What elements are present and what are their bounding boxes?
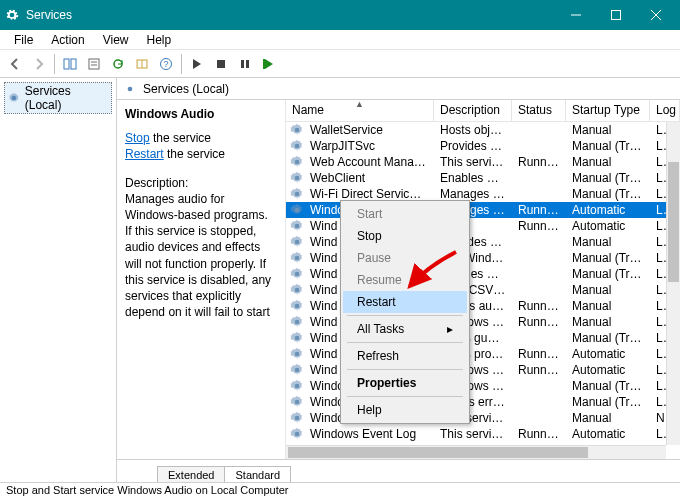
scrollbar-thumb[interactable] (288, 447, 588, 458)
restart-link-suffix: the service (164, 147, 225, 161)
separator (181, 54, 182, 74)
ctx-refresh[interactable]: Refresh (343, 345, 467, 367)
gear-icon (290, 171, 304, 185)
back-button[interactable] (4, 53, 26, 75)
gear-icon (290, 363, 304, 377)
start-service-button[interactable] (186, 53, 208, 75)
service-row[interactable]: WebClientEnables Win...Manual (Trig...Lo… (286, 170, 680, 186)
separator (347, 342, 463, 343)
vertical-scrollbar[interactable] (666, 122, 680, 445)
cell-startup: Manual (566, 155, 650, 169)
description-pane: Windows Audio Stop the service Restart t… (117, 100, 285, 459)
cell-startup: Automatic (566, 203, 650, 217)
sort-asc-icon: ▲ (355, 100, 364, 109)
cell-desc: Hosts objec... (434, 123, 512, 137)
cell-status: Running (512, 315, 566, 329)
gear-icon (7, 91, 21, 105)
description-label: Description: (125, 175, 277, 191)
chevron-right-icon: ▸ (447, 322, 453, 336)
menu-file[interactable]: File (6, 31, 41, 49)
cell-startup: Automatic (566, 219, 650, 233)
ctx-pause[interactable]: Pause (343, 247, 467, 269)
pause-service-button[interactable] (234, 53, 256, 75)
cell-status: Running (512, 427, 566, 441)
gear-icon (290, 251, 304, 265)
service-row[interactable]: Web Account ManagerThis service ...Runni… (286, 154, 680, 170)
cell-name: Web Account Manager (304, 155, 434, 169)
col-status[interactable]: Status (512, 100, 566, 121)
stop-link[interactable]: Stop (125, 131, 150, 145)
cell-name: WalletService (304, 123, 434, 137)
show-hide-tree-button[interactable] (59, 53, 81, 75)
separator (54, 54, 55, 74)
header-label: Services (Local) (143, 82, 229, 96)
ctx-restart[interactable]: Restart (343, 291, 467, 313)
svg-rect-15 (263, 59, 265, 69)
gear-icon (290, 427, 304, 441)
gear-icon (290, 155, 304, 169)
menu-view[interactable]: View (95, 31, 137, 49)
menu-help[interactable]: Help (139, 31, 180, 49)
cell-startup: Automatic (566, 363, 650, 377)
service-row[interactable]: WalletServiceHosts objec...ManualLoc (286, 122, 680, 138)
ctx-start[interactable]: Start (343, 203, 467, 225)
horizontal-scrollbar[interactable] (286, 445, 666, 459)
gear-icon (290, 203, 304, 217)
tab-standard[interactable]: Standard (224, 466, 291, 483)
tree-pane: Services (Local) (0, 78, 117, 482)
cell-desc: Manages co... (434, 187, 512, 201)
service-row[interactable]: Windows Event LogThis service ...Running… (286, 426, 680, 442)
ctx-all-tasks[interactable]: All Tasks▸ (343, 318, 467, 340)
ctx-properties[interactable]: Properties (343, 372, 467, 394)
cell-startup: Manual (Trig... (566, 139, 650, 153)
cell-startup: Automatic (566, 347, 650, 361)
statusbar: Stop and Start service Windows Audio on … (0, 482, 680, 500)
scrollbar-thumb[interactable] (668, 162, 679, 282)
cell-startup: Manual (566, 299, 650, 313)
cell-startup: Automatic (566, 427, 650, 441)
ctx-stop[interactable]: Stop (343, 225, 467, 247)
menu-action[interactable]: Action (43, 31, 92, 49)
gear-icon (290, 299, 304, 313)
maximize-button[interactable] (596, 0, 636, 30)
cell-startup: Manual (Trig... (566, 251, 650, 265)
tree-root-services[interactable]: Services (Local) (4, 82, 112, 114)
col-logon[interactable]: Log (650, 100, 680, 121)
col-startup[interactable]: Startup Type (566, 100, 650, 121)
properties-button[interactable] (83, 53, 105, 75)
restart-service-button[interactable] (258, 53, 280, 75)
gear-icon (290, 187, 304, 201)
forward-button[interactable] (28, 53, 50, 75)
restart-link[interactable]: Restart (125, 147, 164, 161)
close-button[interactable] (636, 0, 676, 30)
cell-startup: Manual (566, 235, 650, 249)
cell-startup: Manual (Trig... (566, 379, 650, 393)
cell-startup: Manual (Trig... (566, 331, 650, 345)
gear-icon (290, 139, 304, 153)
export-button[interactable] (131, 53, 153, 75)
gear-icon (123, 82, 137, 96)
cell-startup: Manual (566, 123, 650, 137)
ctx-resume[interactable]: Resume (343, 269, 467, 291)
service-row[interactable]: WarpJITSvcProvides a JI...Manual (Trig..… (286, 138, 680, 154)
cell-status: Running (512, 299, 566, 313)
tab-extended[interactable]: Extended (157, 466, 225, 483)
menubar: File Action View Help (0, 30, 680, 50)
svg-rect-5 (71, 59, 76, 69)
col-description[interactable]: Description (434, 100, 512, 121)
svg-rect-14 (246, 60, 249, 68)
cell-desc: This service ... (434, 427, 512, 441)
cell-startup: Manual (Trig... (566, 267, 650, 281)
col-name[interactable]: Name▲ (286, 100, 434, 121)
svg-text:?: ? (163, 59, 168, 69)
stop-link-suffix: the service (150, 131, 211, 145)
cell-startup: Manual (566, 315, 650, 329)
cell-status: Running (512, 347, 566, 361)
help-button[interactable]: ? (155, 53, 177, 75)
minimize-button[interactable] (556, 0, 596, 30)
ctx-help[interactable]: Help (343, 399, 467, 421)
context-menu: Start Stop Pause Resume Restart All Task… (340, 200, 470, 424)
gear-icon (290, 411, 304, 425)
refresh-button[interactable] (107, 53, 129, 75)
stop-service-button[interactable] (210, 53, 232, 75)
